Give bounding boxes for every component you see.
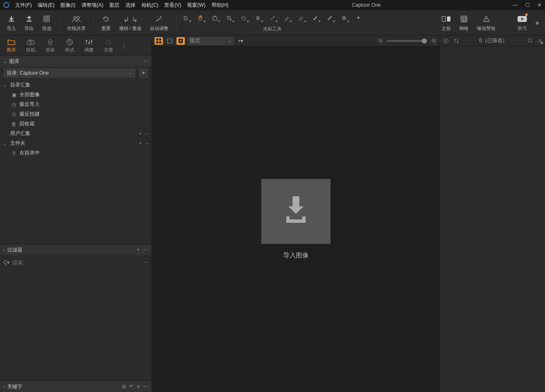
brush-tool[interactable]: [280, 13, 293, 23]
zoom-slider[interactable]: [386, 40, 424, 42]
filter-panel-title: 过滤器: [7, 246, 22, 254]
add-icon[interactable]: +: [137, 247, 140, 253]
undo-redo-button[interactable]: 撤销 / 重做: [115, 12, 146, 33]
browser-count: 0（已筛选）: [479, 37, 507, 44]
search-icon[interactable]: [527, 38, 533, 44]
zoom-out-icon[interactable]: [378, 38, 384, 44]
folders-header[interactable]: ⌄ 文件夹 +−: [3, 138, 148, 148]
zoom-in-icon[interactable]: [431, 38, 437, 44]
select-tool[interactable]: [180, 13, 193, 23]
menu-view[interactable]: 查看(V): [164, 2, 181, 9]
library-panel: ⌄ 图库 ⋯ 目录: Capture One ⌄ + ⌄ 目录汇集: [0, 56, 152, 244]
share-button[interactable]: 在线共享: [63, 12, 90, 33]
filter-panel-header[interactable]: › 过滤器 +⋯: [0, 244, 152, 255]
exposure-warning-button[interactable]: 曝光警告: [473, 12, 500, 33]
recent-imports-item[interactable]: ◷ 最近导入: [3, 100, 148, 109]
loupe-tool[interactable]: [209, 13, 221, 23]
layer-selector[interactable]: 图层 ⌄: [187, 37, 234, 45]
auto-adjust-button[interactable]: 自动调整: [146, 12, 173, 33]
menu-file[interactable]: 文件(F): [15, 2, 32, 9]
grid-dots-icon: [43, 14, 51, 24]
viewer-canvas: 导入图像: [152, 46, 439, 392]
user-collections-header[interactable]: ⌄ 用户汇集 +−: [3, 129, 148, 138]
tab-refine[interactable]: 完善: [99, 36, 118, 55]
search-icon: Q▾: [3, 260, 10, 265]
close-button[interactable]: ✕: [537, 2, 542, 8]
panel-menu-icon[interactable]: ⋯: [143, 384, 148, 389]
catalog-selector[interactable]: 目录: Capture One ⌄: [3, 68, 136, 78]
gradient-tool[interactable]: [309, 13, 322, 23]
panel-menu-icon[interactable]: ⋯: [143, 58, 148, 64]
add-icon[interactable]: +: [139, 131, 142, 137]
heal-tool[interactable]: [338, 13, 350, 23]
add-icon[interactable]: +: [139, 141, 142, 146]
toolbar-overflow[interactable]: »: [532, 19, 542, 27]
export-button[interactable]: 导出: [20, 12, 38, 33]
maximize-button[interactable]: ☐: [525, 2, 530, 8]
tab-library[interactable]: 图库: [2, 36, 21, 55]
import-button[interactable]: 导入: [3, 12, 20, 33]
keystone-tool[interactable]: [252, 13, 264, 23]
titlebar: 文件(F) 编辑(E) 图像(I) 调整项(A) 图层 选择 相机(C) 查看(…: [0, 0, 545, 10]
library-panel-header[interactable]: ⌄ 图库 ⋯: [0, 56, 152, 67]
menu-edit[interactable]: 编辑(E): [38, 2, 54, 9]
spot-tool[interactable]: [266, 13, 279, 23]
menu-layer[interactable]: 图层: [109, 2, 119, 9]
chevron-down-icon: ⌄: [3, 59, 7, 64]
crop-tool[interactable]: [223, 13, 236, 23]
sort-icon[interactable]: [453, 38, 459, 44]
minimize-button[interactable]: —: [512, 2, 518, 8]
menu-adjustments[interactable]: 调整项(A): [81, 2, 103, 9]
recent-captures-item[interactable]: ◷ 最近拍摄: [3, 109, 148, 119]
menu-image[interactable]: 图像(I): [60, 2, 75, 9]
tab-adjust[interactable]: 调整: [79, 36, 99, 55]
before-after-button[interactable]: 之前: [437, 12, 455, 33]
svg-point-4: [73, 16, 76, 19]
library-panel-title: 图库: [9, 58, 19, 65]
in-catalog-item[interactable]: ⎘ 在目录中: [3, 148, 148, 158]
add-catalog-button[interactable]: +: [139, 68, 148, 78]
import-drop-zone[interactable]: [261, 179, 331, 244]
catalog-collections-label: 目录汇集: [10, 81, 30, 89]
eraser-tool[interactable]: [295, 13, 307, 23]
menu-window[interactable]: 视窗(W): [187, 2, 205, 9]
copy-icon[interactable]: ⧉: [122, 384, 126, 389]
browser-overflow[interactable]: »: [540, 40, 543, 46]
catalog-collections-header[interactable]: ⌄ 目录汇集: [3, 80, 148, 90]
menu-select[interactable]: 选择: [125, 2, 136, 9]
tooltab-overflow[interactable]: ⋮: [118, 43, 130, 49]
view-grid-button[interactable]: [155, 37, 163, 45]
learn-button[interactable]: 学习: [512, 12, 532, 33]
menu-help[interactable]: 帮助(H): [211, 2, 229, 9]
undo-icon[interactable]: ↶: [129, 384, 133, 389]
view-single-button[interactable]: [165, 37, 174, 45]
svg-point-9: [314, 19, 315, 20]
cull-button[interactable]: 筛选: [38, 12, 56, 33]
eye-icon[interactable]: [442, 38, 449, 43]
remove-icon[interactable]: −: [145, 141, 148, 146]
view-proof-button[interactable]: [176, 37, 185, 45]
filter-search-input[interactable]: [12, 258, 141, 267]
menu-icon[interactable]: ≡: [137, 384, 140, 389]
main-toolbar: 导入 导出 筛选 在线共享 重置 撤销 / 重做 自动调整: [0, 10, 545, 35]
reset-button[interactable]: 重置: [97, 12, 115, 33]
svg-point-35: [528, 39, 531, 42]
grid-button[interactable]: 网格: [455, 12, 473, 33]
radial-tool[interactable]: [323, 13, 336, 23]
add-layer-button[interactable]: +▾: [236, 37, 245, 45]
panel-menu-icon[interactable]: ⋯: [143, 247, 148, 253]
keyword-panel-header[interactable]: › 关键字 ⧉ ↶ ≡ ⋯: [0, 381, 152, 392]
menu-camera[interactable]: 相机(C): [141, 2, 159, 9]
viewer: 图层 ⌄ +▾ 导入图像: [152, 35, 439, 392]
tab-shape[interactable]: 形状: [41, 36, 60, 55]
search-options-icon[interactable]: ⋯: [143, 260, 148, 265]
trash-item[interactable]: 🗑 回收箱: [3, 119, 148, 129]
all-images-item[interactable]: ▣ 全部图像: [3, 90, 148, 100]
remove-icon[interactable]: −: [145, 131, 148, 137]
pan-tool[interactable]: [194, 13, 207, 23]
tab-tether[interactable]: 联机: [21, 36, 41, 55]
rotate-tool[interactable]: [237, 13, 250, 23]
annotate-tool[interactable]: [352, 13, 365, 23]
tab-style[interactable]: 样式: [60, 36, 79, 55]
folders-label: 文件夹: [10, 140, 25, 147]
